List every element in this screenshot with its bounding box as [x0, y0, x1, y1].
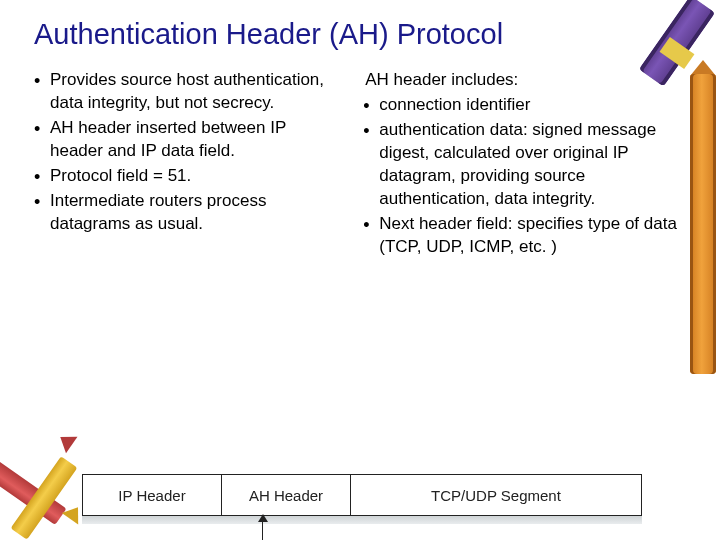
content-columns: Provides source host authentication, dat…: [32, 69, 688, 261]
diagram-cell-ah: AH Header: [221, 474, 351, 516]
left-bullets: Provides source host authentication, dat…: [32, 69, 343, 236]
ah-diagram: IP Header AH Header TCP/UDP Segment Prot…: [82, 474, 642, 516]
right-column: AH header includes: connection identifie…: [361, 69, 688, 261]
right-heading: AH header includes:: [361, 69, 688, 92]
bullet-item: Provides source host authentication, dat…: [32, 69, 343, 115]
slide: Authentication Header (AH) Protocol Prov…: [0, 0, 720, 540]
diagram-row: IP Header AH Header TCP/UDP Segment: [82, 474, 642, 516]
diagram-cell-segment: TCP/UDP Segment: [350, 474, 642, 516]
diagram-pointer: Protocol = 51: [230, 516, 360, 540]
arrow-icon: [262, 516, 263, 540]
bullet-item: authentication data: signed message dige…: [361, 119, 688, 211]
left-column: Provides source host authentication, dat…: [32, 69, 343, 261]
bullet-item: Intermediate routers process datagrams a…: [32, 190, 343, 236]
bullet-item: connection identifier: [361, 94, 688, 117]
bullet-item: AH header inserted between IP header and…: [32, 117, 343, 163]
bullet-item: Next header field: specifies type of dat…: [361, 213, 688, 259]
diagram-cell-ip: IP Header: [82, 474, 222, 516]
right-bullets: connection identifier authentication dat…: [361, 94, 688, 259]
slide-title: Authentication Header (AH) Protocol: [34, 18, 688, 51]
bullet-item: Protocol field = 51.: [32, 165, 343, 188]
